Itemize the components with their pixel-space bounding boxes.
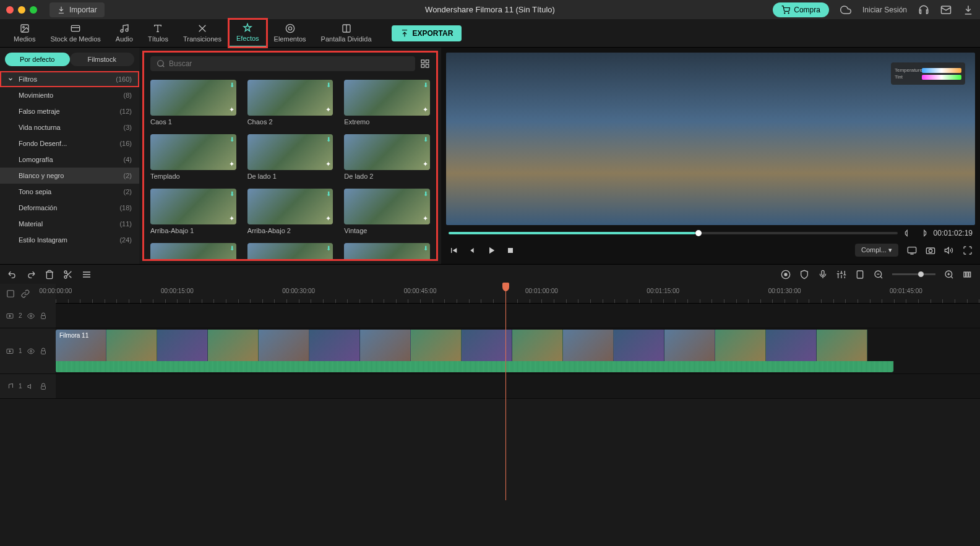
playback-progress[interactable] [449, 232, 898, 234]
download-queue-icon[interactable] [963, 4, 974, 15]
tab-titles[interactable]: Títulos [140, 20, 176, 46]
category-item[interactable]: Vida nocturna(3) [0, 119, 139, 135]
link-icon[interactable] [21, 289, 30, 298]
tab-filmstock[interactable]: Filmstock [70, 53, 135, 66]
category-item[interactable]: Estilo Instagram(24) [0, 232, 139, 248]
tab-split-screen[interactable]: Pantalla Dividida [314, 20, 379, 46]
visibility-icon[interactable] [27, 312, 35, 320]
tab-media[interactable]: Medios [6, 20, 43, 46]
category-item[interactable]: Tono sepia(2) [0, 184, 139, 200]
zoom-slider[interactable] [892, 273, 935, 275]
video-track-2: 2 [0, 304, 980, 328]
search-box[interactable] [150, 56, 415, 71]
category-count: (18) [119, 204, 132, 211]
prev-frame-icon[interactable] [449, 245, 458, 255]
buy-button[interactable]: Compra [773, 2, 829, 17]
stock-icon [70, 23, 81, 33]
svg-rect-26 [964, 272, 966, 277]
category-item[interactable]: Movimiento(8) [0, 87, 139, 103]
category-item[interactable]: Fondo Desenf...(16) [0, 135, 139, 151]
lock-icon[interactable] [40, 383, 47, 390]
video-clip[interactable]: Filmora 11 [56, 330, 893, 372]
category-filters[interactable]: Filtros (160) [0, 71, 139, 87]
playhead[interactable] [505, 284, 506, 500]
undo-icon[interactable] [7, 270, 17, 279]
main-tab-bar: Medios Stock de Medios Audio Títulos Tra… [0, 19, 980, 48]
tab-effects[interactable]: Efectos [229, 19, 267, 47]
shield-icon[interactable] [799, 270, 809, 279]
step-back-icon[interactable] [467, 245, 477, 255]
category-count: (12) [119, 108, 132, 115]
stop-icon[interactable] [505, 245, 515, 255]
category-item[interactable]: Lomografía(4) [0, 151, 139, 168]
mail-icon[interactable] [940, 4, 952, 15]
effect-item[interactable]: ⬇✦ [247, 243, 333, 259]
mixer-icon[interactable] [836, 270, 846, 279]
effect-label: Vintage [344, 227, 430, 234]
effect-item[interactable]: ⬇✦Extremo [344, 80, 430, 126]
category-item[interactable]: Deformación(18) [0, 200, 139, 216]
effect-item[interactable]: ⬇✦Caos 1 [150, 80, 236, 126]
cut-icon[interactable] [63, 270, 73, 279]
display-icon[interactable] [907, 245, 917, 255]
mute-icon[interactable] [27, 383, 35, 390]
redo-icon[interactable] [26, 270, 36, 279]
timeline-settings-icon[interactable] [6, 289, 15, 298]
search-input[interactable] [169, 59, 409, 68]
effect-item[interactable]: ⬇✦ [344, 243, 430, 259]
category-item[interactable]: Falso metraje(12) [0, 103, 139, 119]
play-icon[interactable] [486, 245, 497, 256]
mark-out-icon[interactable] [919, 229, 927, 237]
tab-default[interactable]: Por defecto [5, 53, 70, 66]
effect-item[interactable]: ⬇✦De lado 1 [247, 134, 333, 180]
preview-viewport[interactable]: Temperature Tint [446, 53, 975, 225]
quality-dropdown[interactable]: Compl... ▾ [855, 244, 898, 257]
effect-item[interactable]: ⬇✦Vintage [344, 189, 430, 234]
lock-icon[interactable] [40, 312, 47, 320]
headset-icon[interactable] [918, 4, 929, 15]
track-body[interactable]: Filmora 11 [56, 328, 980, 373]
tab-stock[interactable]: Stock de Medios [43, 20, 108, 46]
effect-item[interactable]: ⬇✦Templado [150, 134, 236, 180]
maximize-window[interactable] [30, 6, 37, 14]
category-label: Tono sepia [19, 188, 51, 195]
export-button[interactable]: EXPORTAR [392, 25, 462, 41]
visibility-icon[interactable] [27, 348, 35, 355]
effect-item[interactable]: ⬇✦Arriba-Abajo 2 [247, 189, 333, 234]
fullscreen-icon[interactable] [963, 245, 973, 255]
volume-icon[interactable] [944, 245, 954, 255]
time-ruler[interactable]: 00:00:00:0000:00:15:0000:00:30:0000:00:4… [56, 284, 980, 304]
marker-icon[interactable] [855, 270, 865, 279]
category-item[interactable]: Blanco y negro(2) [0, 168, 139, 184]
mark-in-icon[interactable] [904, 229, 913, 237]
mic-icon[interactable] [818, 270, 828, 279]
category-item[interactable]: Material(11) [0, 216, 139, 232]
effect-item[interactable]: ⬇✦Arriba-Abajo 1 [150, 189, 236, 234]
effect-item[interactable]: ⬇✦De lado 2 [344, 134, 430, 180]
close-window[interactable] [6, 6, 14, 14]
login-link[interactable]: Iniciar Sesión [862, 6, 907, 14]
tint-slider[interactable] [922, 75, 961, 80]
delete-icon[interactable] [45, 270, 54, 279]
temperature-slider[interactable] [922, 68, 961, 73]
effect-item[interactable]: ⬇✦Chaos 2 [247, 80, 333, 126]
tab-elements[interactable]: Elementos [267, 20, 314, 46]
cloud-icon[interactable] [840, 4, 851, 15]
snapshot-icon[interactable] [926, 245, 935, 255]
zoom-out-icon[interactable] [874, 270, 883, 279]
record-icon[interactable] [781, 270, 791, 279]
svg-point-9 [158, 61, 163, 66]
effect-type-icon: ✦ [325, 106, 331, 114]
tab-audio[interactable]: Audio [108, 20, 140, 46]
grid-view-icon[interactable] [420, 59, 430, 69]
track-number: 2 [19, 312, 22, 319]
lock-icon[interactable] [40, 348, 47, 355]
import-button[interactable]: Importar [49, 2, 105, 17]
menu-icon[interactable] [82, 270, 92, 279]
effect-item[interactable]: ⬇✦ [150, 243, 236, 259]
zoom-fit-icon[interactable] [963, 270, 973, 279]
tab-transitions[interactable]: Transiciones [176, 20, 229, 46]
svg-rect-15 [908, 247, 916, 252]
minimize-window[interactable] [18, 6, 25, 14]
zoom-in-icon[interactable] [944, 270, 954, 279]
